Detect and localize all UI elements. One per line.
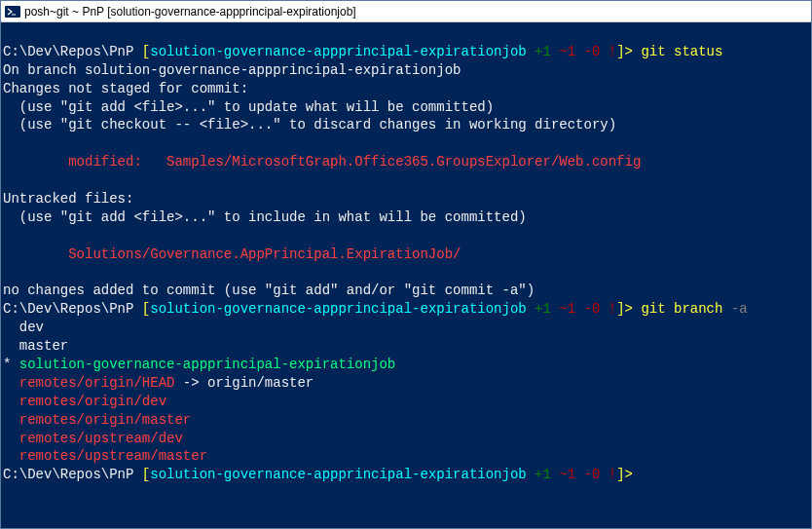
status-line: Changes not staged for commit: (3, 80, 809, 98)
empty-line (3, 227, 809, 246)
untracked-file: Solutions/Governance.AppPrincipal.Expira… (3, 246, 809, 264)
branch-dev: dev (3, 319, 809, 337)
untracked-hint: (use "git add <file>..." to include in w… (3, 208, 809, 227)
branch-remote: remotes/origin/dev (3, 393, 809, 411)
branch-remote: remotes/upstream/master (3, 447, 809, 466)
prompt-line-2: C:\Dev\Repos\PnP [solution-governance-ap… (3, 300, 809, 319)
prompt-line-1: C:\Dev\Repos\PnP [solution-governance-ap… (3, 43, 809, 61)
branch-current: * solution-governance-appprincipal-expir… (3, 356, 809, 374)
empty-line (3, 264, 809, 283)
prompt-line-3: C:\Dev\Repos\PnP [solution-governance-ap… (3, 466, 809, 484)
untracked-header: Untracked files: (3, 190, 809, 208)
status-line: (use "git checkout -- <file>..." to disc… (3, 116, 809, 134)
modified-file-line: modified: Samples/MicrosoftGraph.Office3… (3, 153, 809, 171)
no-changes-line: no changes added to commit (use "git add… (3, 282, 809, 300)
status-line: On branch solution-governance-appprincip… (3, 61, 809, 80)
powershell-icon (5, 4, 20, 19)
branch-remote: remotes/origin/master (3, 411, 809, 430)
terminal-window: posh~git ~ PnP [solution-governance-appp… (0, 0, 812, 529)
branch-master: master (3, 337, 809, 356)
terminal-body[interactable]: C:\Dev\Repos\PnP [solution-governance-ap… (1, 22, 811, 528)
branch-remote: remotes/upstream/dev (3, 430, 809, 448)
window-title: posh~git ~ PnP [solution-governance-appp… (24, 5, 356, 19)
status-line: (use "git add <file>..." to update what … (3, 98, 809, 117)
empty-line (3, 24, 809, 43)
title-bar[interactable]: posh~git ~ PnP [solution-governance-appp… (1, 1, 811, 22)
empty-line (3, 171, 809, 190)
branch-remote-head: remotes/origin/HEAD -> origin/master (3, 374, 809, 393)
empty-line (3, 134, 809, 153)
